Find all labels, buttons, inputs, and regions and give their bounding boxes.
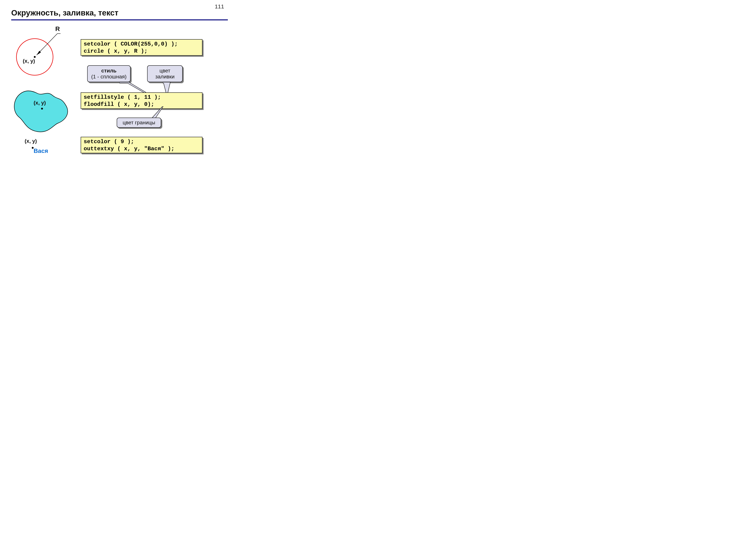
page-title: Окружность, заливка, текст: [11, 8, 119, 17]
code-block-circle: setcolor ( COLOR(255,0,0) ); circle ( x,…: [81, 39, 202, 56]
code-block-outtextxy-text: setcolor ( 9 ); outtextxy ( x, y, "Вася"…: [81, 137, 202, 153]
callout-style-sub: (1 - сплошная): [91, 74, 126, 80]
svg-marker-6: [151, 106, 163, 119]
code-block-circle-text: setcolor ( COLOR(255,0,0) ); circle ( x,…: [81, 39, 202, 56]
text-demo-name: Вася: [34, 148, 48, 154]
callout-border: цвет границы: [117, 117, 161, 128]
blob-center-dot: [41, 108, 43, 110]
callout-fillcolor: цвет заливки: [147, 65, 183, 82]
code-block-outtextxy: setcolor ( 9 ); outtextxy ( x, y, "Вася"…: [81, 137, 202, 153]
callout-fillcolor-l1: цвет: [159, 68, 170, 74]
circle-center-label: (x, y): [23, 58, 35, 64]
code-block-floodfill: setfillstyle ( 1, 11 ); floodfill ( x, y…: [81, 92, 202, 109]
page-number: 111: [215, 3, 224, 10]
callout-border-text: цвет границы: [123, 119, 155, 126]
code-block-floodfill-text: setfillstyle ( 1, 11 ); floodfill ( x, y…: [81, 92, 202, 109]
blob-center-label: (x, y): [34, 100, 46, 106]
callout-style-title: стиль: [101, 68, 117, 74]
title-underline: [11, 20, 228, 20]
r-label: R: [55, 25, 60, 32]
circle-diagram: [11, 28, 67, 80]
circle-center-dot: [34, 56, 36, 58]
text-demo-coord: (x, y): [25, 138, 37, 144]
callout-fillcolor-l2: заливки: [155, 74, 175, 80]
callout-style: стиль (1 - сплошная): [87, 65, 131, 82]
text-demo-dot: [32, 147, 34, 149]
